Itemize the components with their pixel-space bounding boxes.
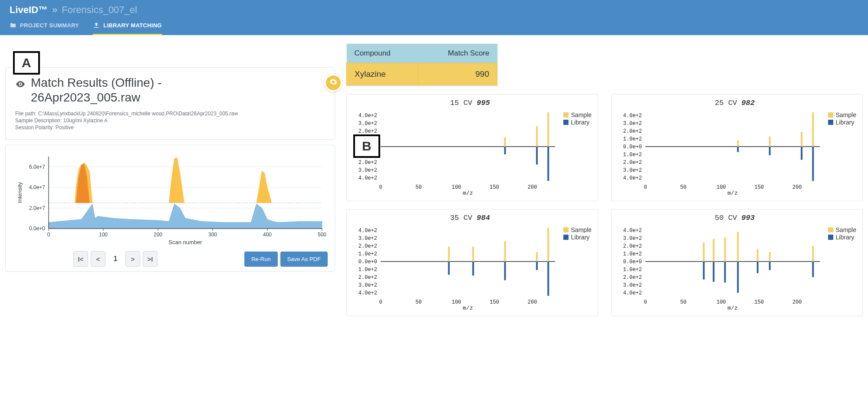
svg-text:0: 0 bbox=[379, 184, 382, 190]
spectrum-title: 50 CV 993 bbox=[612, 214, 858, 222]
pager-prev-button[interactable]: < bbox=[91, 251, 105, 267]
svg-text:1.0e+2: 1.0e+2 bbox=[623, 251, 642, 257]
svg-text:2.0e+2: 2.0e+2 bbox=[623, 243, 642, 249]
legend-swatch-sample bbox=[828, 227, 833, 232]
svg-text:150: 150 bbox=[754, 184, 764, 190]
legend-swatch-library bbox=[828, 120, 833, 125]
svg-text:Scan number: Scan number bbox=[168, 239, 202, 245]
svg-text:0: 0 bbox=[644, 184, 647, 190]
svg-text:3.0e+2: 3.0e+2 bbox=[623, 235, 642, 242]
breadcrumb-sep: » bbox=[52, 4, 57, 16]
legend-swatch-library bbox=[828, 235, 833, 240]
svg-text:0.0e+0: 0.0e+0 bbox=[358, 259, 377, 265]
svg-text:100: 100 bbox=[717, 299, 726, 305]
col-score: Match Score bbox=[418, 44, 497, 63]
pager-next-button[interactable]: > bbox=[125, 251, 140, 267]
svg-text:200: 200 bbox=[792, 184, 802, 190]
app-name: LiveID™ bbox=[10, 4, 48, 16]
svg-text:200: 200 bbox=[528, 299, 537, 305]
svg-text:150: 150 bbox=[490, 299, 499, 305]
svg-text:2.0e+2: 2.0e+2 bbox=[358, 275, 377, 281]
svg-text:300: 300 bbox=[208, 232, 217, 238]
pager-first-button[interactable]: I< bbox=[73, 251, 88, 267]
spectrum-chart[interactable]: 4.0e+23.0e+22.0e+21.0e+20.0e+01.0e+22.0e… bbox=[612, 225, 855, 311]
save-pdf-button[interactable]: Save As PDF bbox=[280, 252, 328, 267]
sample-desc-line: Sample Description: 10ug/ml Xylazine A bbox=[15, 118, 325, 124]
gear-icon bbox=[329, 78, 338, 88]
tab-label: PROJECT SUMMARY bbox=[20, 22, 79, 29]
svg-text:50: 50 bbox=[680, 184, 686, 190]
legend: SampleLibrary bbox=[828, 226, 856, 241]
svg-text:50: 50 bbox=[415, 184, 421, 190]
legend-label: Library bbox=[836, 119, 855, 126]
svg-text:2.0e+2: 2.0e+2 bbox=[358, 128, 377, 134]
svg-text:4.0e+2: 4.0e+2 bbox=[358, 175, 377, 181]
spectrum-chart[interactable]: 4.0e+23.0e+22.0e+21.0e+20.0e+01.0e+22.0e… bbox=[347, 110, 590, 196]
pager-last-button[interactable]: >I bbox=[143, 251, 158, 267]
svg-text:0: 0 bbox=[47, 232, 50, 238]
project-name[interactable]: Forensics_007_el bbox=[62, 4, 137, 16]
spectrum-chart[interactable]: 4.0e+23.0e+22.0e+21.0e+20.0e+01.0e+22.0e… bbox=[612, 110, 855, 196]
polarity-line: Session Polarity: Positive bbox=[15, 124, 325, 131]
svg-text:0: 0 bbox=[379, 299, 382, 305]
svg-text:4.0e+2: 4.0e+2 bbox=[358, 113, 377, 119]
svg-text:3.0e+2: 3.0e+2 bbox=[623, 167, 642, 173]
spectra-grid: 15 CV 995SampleLibrary4.0e+23.0e+22.0e+2… bbox=[346, 94, 863, 316]
last-icon: >I bbox=[148, 255, 153, 263]
spectrum-card: 35 CV 984SampleLibrary4.0e+23.0e+22.0e+2… bbox=[346, 209, 598, 316]
tab-bar: PROJECT SUMMARY LIBRARY MATCHING bbox=[0, 17, 868, 35]
spectrum-title: 35 CV 984 bbox=[347, 214, 593, 222]
pager: I< < 1 > >I bbox=[73, 251, 158, 267]
svg-text:4.0e+7: 4.0e+7 bbox=[29, 184, 45, 190]
svg-text:0: 0 bbox=[644, 299, 647, 305]
svg-text:1.0e+2: 1.0e+2 bbox=[623, 152, 642, 158]
match-results-card: Match Results (Offline) - 26Apr2023_005.… bbox=[5, 67, 335, 140]
legend-swatch-sample bbox=[828, 112, 833, 118]
svg-text:0.0e+0: 0.0e+0 bbox=[29, 226, 45, 232]
tic-chart[interactable]: 0.0e+02.0e+74.0e+76.0e+70100200300400500… bbox=[13, 152, 328, 246]
legend-label: Sample bbox=[571, 226, 592, 233]
svg-text:4.0e+2: 4.0e+2 bbox=[358, 290, 377, 296]
spectrum-chart[interactable]: 4.0e+23.0e+22.0e+21.0e+20.0e+01.0e+22.0e… bbox=[347, 225, 590, 311]
table-row[interactable]: Xylazine 990 bbox=[347, 63, 497, 85]
tab-project-summary[interactable]: PROJECT SUMMARY bbox=[10, 17, 79, 35]
upload-icon bbox=[93, 22, 100, 29]
match-table: Compound Match Score Xylazine 990 bbox=[346, 44, 497, 85]
legend-label: Sample bbox=[836, 226, 856, 233]
eye-icon bbox=[15, 78, 26, 88]
svg-text:4.0e+2: 4.0e+2 bbox=[623, 290, 642, 296]
legend: SampleLibrary bbox=[828, 111, 856, 126]
svg-text:3.0e+2: 3.0e+2 bbox=[358, 235, 377, 242]
tic-chart-card: 0.0e+02.0e+74.0e+76.0e+70100200300400500… bbox=[5, 145, 335, 271]
rerun-button[interactable]: Re-Run bbox=[244, 252, 278, 267]
spectrum-card: 50 CV 993SampleLibrary4.0e+23.0e+22.0e+2… bbox=[611, 209, 863, 316]
match-title: Match Results (Offline) - 26Apr2023_005.… bbox=[15, 75, 325, 105]
panel-label-a: A bbox=[13, 51, 40, 75]
settings-button[interactable] bbox=[324, 74, 342, 92]
svg-text:400: 400 bbox=[263, 232, 272, 238]
spectrum-card: 25 CV 982SampleLibrary4.0e+23.0e+22.0e+2… bbox=[611, 94, 863, 201]
svg-text:50: 50 bbox=[415, 299, 421, 305]
chevron-left-icon: < bbox=[96, 255, 100, 263]
svg-text:0.0e+0: 0.0e+0 bbox=[623, 259, 642, 265]
svg-text:100: 100 bbox=[99, 232, 108, 238]
svg-text:2.0e+2: 2.0e+2 bbox=[623, 275, 642, 281]
svg-text:2.0e+2: 2.0e+2 bbox=[623, 128, 642, 134]
svg-text:2.0e+2: 2.0e+2 bbox=[358, 160, 377, 166]
legend-label: Sample bbox=[836, 111, 856, 118]
tab-library-matching[interactable]: LIBRARY MATCHING bbox=[93, 17, 162, 35]
svg-text:Intensity: Intensity bbox=[16, 182, 23, 203]
svg-text:3.0e+2: 3.0e+2 bbox=[358, 167, 377, 173]
svg-text:2.0e+7: 2.0e+7 bbox=[29, 205, 45, 211]
legend-label: Library bbox=[571, 119, 590, 126]
svg-text:100: 100 bbox=[717, 184, 726, 190]
svg-text:4.0e+2: 4.0e+2 bbox=[358, 228, 377, 234]
first-icon: I< bbox=[78, 255, 84, 263]
svg-text:0.0e+0: 0.0e+0 bbox=[623, 144, 642, 150]
panel-label-b: B bbox=[353, 134, 380, 158]
svg-point-0 bbox=[20, 83, 21, 85]
file-path-line: File path: C:\MassLynxbackUp 240820\Fore… bbox=[15, 111, 325, 117]
svg-text:200: 200 bbox=[792, 299, 802, 305]
svg-text:1.0e+2: 1.0e+2 bbox=[358, 267, 377, 273]
svg-text:6.0e+7: 6.0e+7 bbox=[29, 164, 45, 170]
